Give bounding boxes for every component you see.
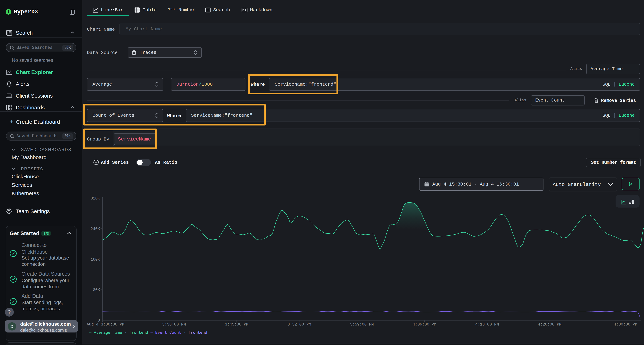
svg-text:3:59:00 PM: 3:59:00 PM xyxy=(350,322,374,327)
svg-text:4:13:00 PM: 4:13:00 PM xyxy=(475,322,499,327)
svg-text:240K: 240K xyxy=(90,227,100,231)
svg-text:4:06:00 PM: 4:06:00 PM xyxy=(413,322,436,327)
svg-text:3:52:00 PM: 3:52:00 PM xyxy=(288,322,311,327)
svg-text:4:30:00 PM: 4:30:00 PM xyxy=(614,322,638,327)
svg-text:160K: 160K xyxy=(90,257,100,262)
svg-text:80K: 80K xyxy=(93,288,100,292)
svg-text:320K: 320K xyxy=(90,196,100,201)
svg-text:3:45:00 PM: 3:45:00 PM xyxy=(225,322,248,327)
svg-text:3:38:00 PM: 3:38:00 PM xyxy=(162,322,186,327)
svg-text:4:20:00 PM: 4:20:00 PM xyxy=(538,322,562,327)
svg-text:Aug 4 3:30:00 PM: Aug 4 3:30:00 PM xyxy=(86,322,124,327)
